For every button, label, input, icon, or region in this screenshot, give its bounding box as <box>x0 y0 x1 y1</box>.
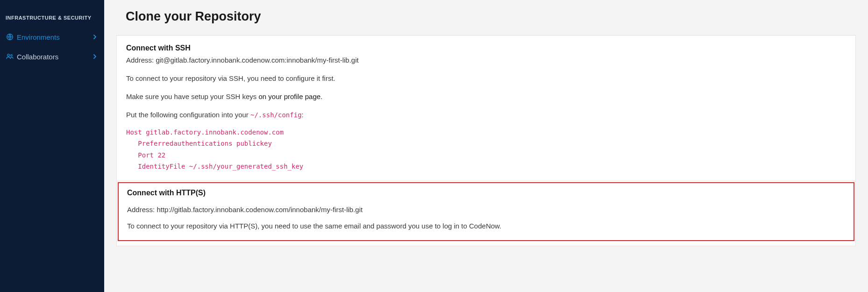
ssh-config-path: ~/.ssh/config <box>250 111 302 119</box>
clone-card: Connect with SSH Address: git@gitlab.fac… <box>116 36 856 246</box>
sidebar-item-environments[interactable]: Environments <box>0 27 104 47</box>
sidebar-item-label: Collaborators <box>17 53 91 61</box>
svg-point-2 <box>11 55 13 57</box>
http-address-line: Address: http://gitlab.factory.innobank.… <box>127 206 845 214</box>
svg-point-1 <box>7 54 10 57</box>
ssh-config-line: Put the following configuration into you… <box>126 110 846 120</box>
ssh-address-line: Address: git@gitlab.factory.innobank.cod… <box>126 55 846 65</box>
ssh-address-value: git@gitlab.factory.innobank.codenow.com:… <box>156 56 358 64</box>
ssh-section: Connect with SSH Address: git@gitlab.fac… <box>117 36 855 172</box>
http-address-label: Address: <box>127 206 157 214</box>
globe-icon <box>6 33 14 41</box>
page-title: Clone your Repository <box>116 0 856 36</box>
main-content: Clone your Repository Connect with SSH A… <box>104 0 868 292</box>
ssh-config-text-pre: Put the following configuration into you… <box>126 111 250 119</box>
ssh-address-label: Address: <box>126 56 156 64</box>
chevron-right-icon <box>91 33 99 41</box>
ssh-connect-text: To connect to your repository via SSH, y… <box>126 73 846 83</box>
ssh-heading: Connect with SSH <box>126 43 846 53</box>
sidebar-item-label: Environments <box>17 33 91 41</box>
profile-page-link[interactable]: on your profile page. <box>258 93 322 100</box>
http-connect-text: To connect to your repository via HTTP(S… <box>127 222 845 230</box>
users-icon <box>6 52 14 61</box>
http-section: Connect with HTTP(S) Address: http://git… <box>118 182 854 241</box>
ssh-keys-line: Make sure you have setup your SSH keys o… <box>126 92 846 101</box>
sidebar-section-title: INFRASTRUCTURE & SECURITY <box>0 11 104 27</box>
section-divider <box>117 181 855 181</box>
chevron-right-icon <box>91 53 99 60</box>
http-heading: Connect with HTTP(S) <box>127 189 845 197</box>
ssh-config-block: Host gitlab.factory.innobank.codenow.com… <box>126 127 846 172</box>
sidebar-item-collaborators[interactable]: Collaborators <box>0 47 104 66</box>
http-address-value: http://gitlab.factory.innobank.codenow.c… <box>157 206 363 214</box>
ssh-config-text-post: : <box>302 111 304 119</box>
ssh-keys-text: Make sure you have setup your SSH keys <box>126 93 258 100</box>
sidebar: INFRASTRUCTURE & SECURITY Environments <box>0 0 104 292</box>
